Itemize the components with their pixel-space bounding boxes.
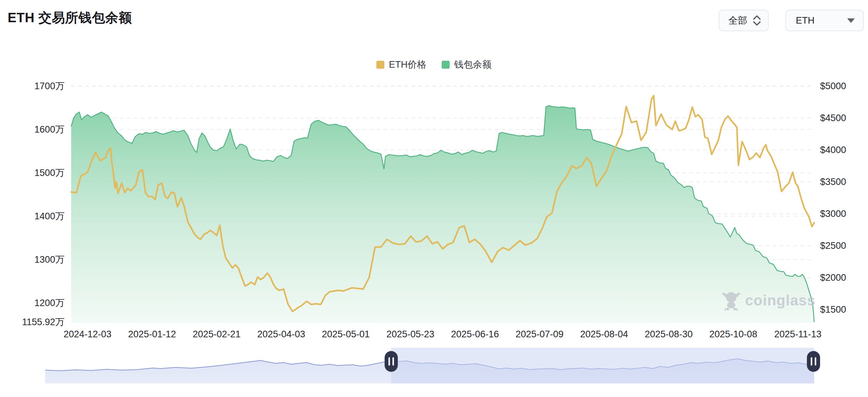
coin-select-value: ETH: [796, 15, 815, 26]
x-axis-date-label: 2025-04-03: [257, 329, 305, 339]
x-axis-date-label: 2025-11-13: [774, 329, 821, 339]
legend-item-wallet-balance[interactable]: 钱包余额: [442, 58, 492, 71]
x-axis-date-label: 2025-05-01: [322, 329, 370, 339]
navigator-left-handle[interactable]: [385, 351, 398, 372]
x-axis-date-label: 2025-08-04: [580, 329, 628, 339]
x-axis-date-label: 2025-02-21: [193, 329, 241, 339]
chart-controls: 全部 ETH: [719, 10, 864, 31]
navigator-window[interactable]: [391, 348, 814, 383]
wallet-balance-swatch-icon: [442, 61, 450, 69]
right-axis-tick-label: $3500: [820, 177, 846, 187]
navigator-right-handle[interactable]: [807, 351, 820, 372]
range-select-button[interactable]: 全部: [719, 10, 769, 31]
legend-label-eth-price: ETH价格: [389, 58, 426, 71]
right-axis-tick-label: $1500: [820, 304, 846, 315]
range-select-label: 全部: [728, 14, 747, 27]
right-axis-tick-label: $4500: [820, 113, 846, 123]
legend-label-wallet-balance: 钱包余额: [454, 58, 492, 71]
left-axis-tick-label: 1200万: [34, 298, 65, 308]
left-axis-tick-label: 1400万: [34, 211, 65, 221]
right-axis-tick-label: $2500: [820, 240, 846, 251]
left-axis-tick-label: 1700万: [34, 81, 65, 91]
x-axis-date-label: 2024-12-03: [64, 329, 111, 339]
chart-plot-area[interactable]: [71, 80, 814, 323]
x-axis-date-label: 2025-06-16: [451, 329, 499, 339]
legend-item-eth-price[interactable]: ETH价格: [376, 58, 426, 71]
x-axis-date-label: 2025-05-23: [386, 329, 434, 339]
right-axis-tick-label: $3000: [820, 209, 846, 219]
left-axis-min-label: 1155.92万: [22, 317, 65, 327]
eth-exchange-balance-page: { "header": { "title": "ETH 交易所钱包余额" }, …: [0, 0, 868, 397]
left-axis-tick-label: 1600万: [34, 124, 65, 135]
x-axis-date-label: 2025-10-08: [709, 329, 757, 339]
right-axis-tick-label: $2000: [820, 272, 846, 283]
left-axis-tick-label: 1300万: [34, 254, 65, 265]
right-axis-tick-label: $4000: [820, 145, 846, 155]
left-axis-tick-label: 1500万: [34, 168, 65, 178]
right-axis-tick-label: $5000: [820, 81, 846, 91]
caret-down-icon: [847, 18, 855, 23]
up-down-chevrons-icon: [753, 15, 761, 26]
eth-price-swatch-icon: [376, 61, 384, 69]
page-title: ETH 交易所钱包余额: [8, 9, 132, 27]
x-axis-date-label: 2025-01-12: [128, 329, 176, 339]
coin-select-button[interactable]: ETH: [785, 10, 864, 31]
navigator[interactable]: [45, 348, 820, 383]
x-axis-date-label: 2025-07-09: [516, 329, 564, 339]
x-axis-date-label: 2025-08-30: [645, 329, 693, 339]
